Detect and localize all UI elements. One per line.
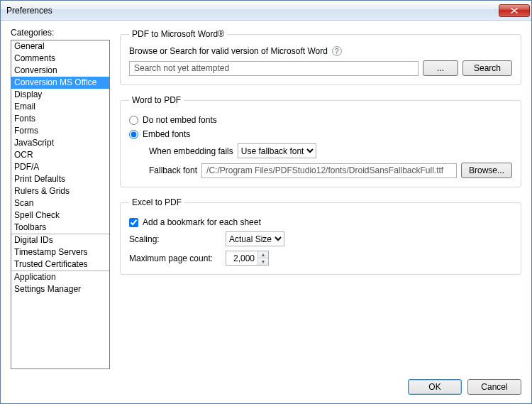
category-item[interactable]: Email [11, 101, 109, 113]
when-fails-combo[interactable]: Use fallback font [238, 143, 316, 158]
category-item[interactable]: General [11, 40, 109, 53]
category-item[interactable]: PDF/A [11, 161, 109, 173]
fallback-browse-button[interactable]: Browse... [461, 163, 512, 178]
spinner-down-icon[interactable]: ▼ [258, 258, 268, 265]
category-item[interactable]: Rulers & Grids [11, 185, 109, 197]
spinner-up-icon[interactable]: ▲ [258, 251, 268, 258]
close-button[interactable] [499, 4, 530, 17]
help-icon[interactable]: ? [332, 46, 342, 56]
window-title: Preferences [6, 6, 499, 16]
category-item[interactable]: Digital IDs [11, 234, 109, 246]
categories-list[interactable]: GeneralCommentsConversionConversion MS O… [11, 40, 110, 369]
radio-embed[interactable] [129, 130, 138, 139]
excel-to-pdf-legend: Excel to PDF [129, 197, 184, 207]
ok-button[interactable]: OK [408, 379, 462, 395]
scaling-label: Scaling: [129, 234, 221, 244]
category-item[interactable]: Trusted Certificates [11, 258, 109, 271]
cancel-button[interactable]: Cancel [467, 379, 521, 395]
category-item[interactable]: Fonts [11, 113, 109, 125]
categories-label: Categories: [11, 28, 110, 38]
when-fails-label: When embedding fails [149, 146, 233, 156]
category-item[interactable]: Settings Manager [11, 283, 109, 295]
bookmark-checkbox[interactable] [129, 218, 138, 227]
category-item[interactable]: Forms [11, 125, 109, 137]
max-page-spinner[interactable]: ▲ ▼ [226, 251, 269, 266]
category-item[interactable]: Timestamp Servers [11, 246, 109, 258]
category-item[interactable]: Display [11, 89, 109, 101]
category-item[interactable]: Comments [11, 53, 109, 65]
category-item[interactable]: Spell Check [11, 209, 109, 222]
word-status-field [129, 61, 419, 76]
category-item[interactable]: Application [11, 271, 109, 283]
settings-panel: PDF to Microsoft Word® Browse or Search … [120, 28, 521, 369]
word-browse-button[interactable]: ... [423, 60, 458, 76]
max-page-label: Maximum page count: [129, 253, 221, 263]
category-item[interactable]: Conversion MS Office [11, 77, 109, 89]
radio-no-embed[interactable] [129, 116, 138, 125]
scaling-combo[interactable]: Actual Size [226, 231, 284, 246]
word-search-button[interactable]: Search [462, 60, 512, 76]
fallback-font-field[interactable] [201, 163, 457, 178]
excel-to-pdf-group: Excel to PDF Add a bookmark for each she… [120, 197, 521, 275]
bookmark-label: Add a bookmark for each sheet [143, 217, 261, 227]
pdf-to-word-prompt: Browse or Search for valid version of Mi… [129, 46, 328, 56]
radio-embed-label: Embed fonts [143, 129, 190, 139]
titlebar: Preferences [1, 1, 531, 21]
radio-no-embed-label: Do not embed fonts [143, 115, 217, 125]
category-item[interactable]: Scan [11, 197, 109, 209]
sidebar: Categories: GeneralCommentsConversionCon… [11, 28, 110, 369]
category-item[interactable]: Conversion [11, 65, 109, 77]
max-page-value[interactable] [226, 251, 257, 265]
preferences-window: Preferences Categories: GeneralCommentsC… [0, 0, 532, 404]
category-item[interactable]: JavaScript [11, 137, 109, 149]
close-icon [511, 8, 518, 13]
pdf-to-word-group: PDF to Microsoft Word® Browse or Search … [120, 29, 521, 85]
category-item[interactable]: Toolbars [11, 222, 109, 234]
category-item[interactable]: OCR [11, 149, 109, 161]
word-to-pdf-legend: Word to PDF [129, 95, 184, 105]
word-to-pdf-group: Word to PDF Do not embed fonts Embed fon… [120, 95, 521, 187]
category-item[interactable]: Print Defaults [11, 173, 109, 185]
fallback-label: Fallback font [149, 165, 197, 175]
dialog-footer: OK Cancel [1, 375, 531, 403]
content-area: Categories: GeneralCommentsConversionCon… [1, 21, 531, 375]
pdf-to-word-legend: PDF to Microsoft Word® [129, 29, 227, 39]
